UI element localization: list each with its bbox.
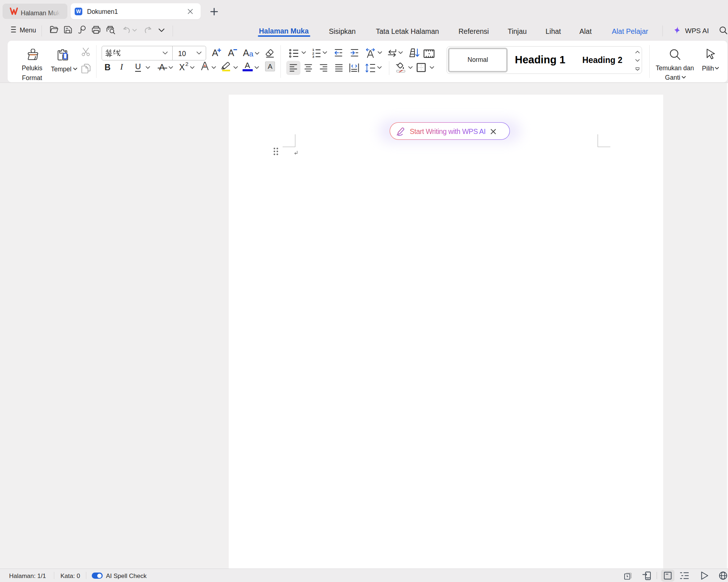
- svg-text:3: 3: [312, 55, 314, 58]
